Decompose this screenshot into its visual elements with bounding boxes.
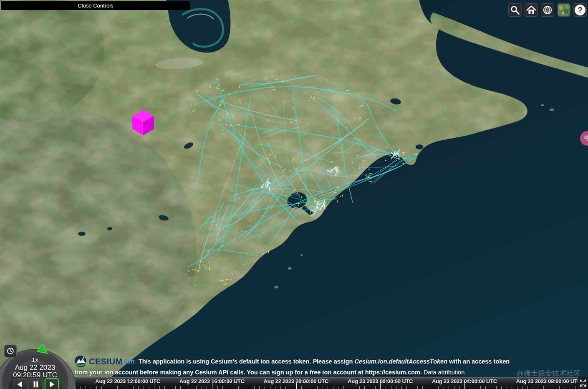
timeline-tick: [444, 386, 444, 389]
timeline-tick: [449, 386, 449, 389]
timeline-tick: [485, 386, 486, 389]
help-icon: ?: [575, 5, 585, 15]
viewer-toolbar: ?: [508, 3, 587, 17]
timeline-tick: [233, 386, 233, 389]
timeline-tick: [349, 386, 349, 389]
timeline-tick: [527, 386, 528, 389]
timeline-tick: [275, 386, 275, 389]
timeline-tick: [191, 386, 191, 389]
timeline-tick: [323, 386, 323, 389]
timeline-tick: [296, 383, 297, 389]
fullscreen-button[interactable]: [578, 377, 588, 389]
timeline-tick: [459, 386, 459, 389]
timeline-tick: [507, 386, 507, 389]
playback-controls: [13, 378, 59, 389]
timeline-tick: [128, 383, 128, 389]
timeline-tick: [212, 383, 212, 389]
timeline-tick: [107, 386, 107, 389]
base-layer-picker-button[interactable]: [557, 3, 570, 17]
traffic-roads-overlay: [0, 0, 588, 389]
timeline-tick: [217, 386, 218, 389]
timeline-tick: [380, 383, 381, 389]
close-controls-button[interactable]: Close Controls: [1, 1, 190, 10]
timeline-tick: [549, 383, 549, 389]
timeline-tick: [517, 386, 517, 389]
scene-mode-button[interactable]: [541, 3, 554, 17]
timeline-tick: [112, 386, 112, 389]
timeline-tick: [207, 386, 207, 389]
timeline-tick: [91, 386, 91, 389]
timeline-tick: [254, 386, 255, 389]
imagery-thumbnail: [558, 4, 570, 16]
timeline-tick: [301, 386, 302, 389]
timeline-tick: [317, 386, 318, 389]
timeline-tick: [538, 386, 538, 389]
timeline-tick: [202, 386, 202, 389]
globe-icon: [542, 5, 553, 15]
timeline-tick: [554, 386, 554, 389]
timeline-tick: [144, 386, 144, 389]
timeline-tick: [512, 386, 512, 389]
search-button[interactable]: [508, 3, 522, 17]
timeline-tick: [359, 386, 360, 389]
timeline-tick: [565, 386, 565, 389]
timeline-tick: [117, 386, 118, 389]
pause-icon: [31, 381, 40, 388]
timeline-tick: [291, 386, 291, 389]
watermark: @稀土掘金技术社区: [517, 369, 580, 378]
timeline-tick: [559, 386, 560, 389]
timeline-tick: [354, 386, 354, 389]
timeline-tick: [406, 386, 407, 389]
timeline-tick: [133, 386, 134, 389]
clock-icon: [6, 346, 15, 356]
timeline-tick: [370, 386, 370, 389]
timeline-tick: [333, 386, 333, 389]
magenta-box-entity[interactable]: [131, 109, 155, 136]
timeline-tick: [149, 386, 149, 389]
timeline-tick: [396, 386, 396, 389]
credit-bar: CESIUM ion This application is using Ces…: [74, 355, 513, 377]
timeline-tick: [280, 386, 281, 389]
timeline-tick: [238, 386, 239, 389]
timeline-tick: [422, 386, 423, 389]
timeline-tick: [270, 386, 270, 389]
animation-date: Aug 22 2023: [2, 364, 68, 372]
timeline-tick: [533, 386, 533, 389]
timeline-tick: [433, 386, 433, 389]
timeline-tick: [438, 386, 439, 389]
play-reverse-button[interactable]: [13, 378, 27, 389]
data-attribution-link[interactable]: Data attribution: [424, 369, 464, 376]
timeline-tick: [412, 386, 412, 389]
timeline-tick: [164, 386, 165, 389]
timeline-tick: [470, 386, 470, 389]
search-icon: [510, 5, 520, 15]
timeline-tick: [249, 386, 249, 389]
timeline-tick: [244, 386, 244, 389]
timeline-tick: [386, 386, 386, 389]
cesium-com-link[interactable]: https://cesium.com: [365, 369, 420, 376]
play-forward-button[interactable]: [45, 378, 59, 389]
timeline-tick: [285, 386, 286, 389]
animation-widget: 1x Aug 22 2023 09:20:59 UTC: [0, 342, 88, 389]
timeline-tick: [464, 383, 465, 389]
credit-text-1: This application is using Cesium's defau…: [139, 358, 355, 365]
timeline-tick: [159, 386, 160, 389]
timeline-tick: [364, 386, 365, 389]
timeline-tick: [454, 386, 454, 389]
timeline-tick: [501, 386, 502, 389]
timeline-tick: [138, 386, 139, 389]
help-button[interactable]: ?: [573, 3, 587, 17]
cesium-viewer: Close Controls: [0, 0, 588, 389]
timeline-tick: [96, 386, 97, 389]
realtime-clock-button[interactable]: [4, 345, 17, 357]
credit-text-3: .: [420, 369, 424, 376]
timeline-tick: [496, 386, 497, 389]
home-button[interactable]: [525, 3, 538, 17]
timeline-tick: [480, 386, 481, 389]
fullscreen-icon: [579, 378, 587, 388]
timeline-tick: [265, 386, 265, 389]
home-icon: [526, 5, 537, 15]
shuttle-ring-pointer-icon[interactable]: [36, 343, 48, 355]
pause-button[interactable]: [29, 378, 43, 389]
timeline-tick: [186, 386, 186, 389]
